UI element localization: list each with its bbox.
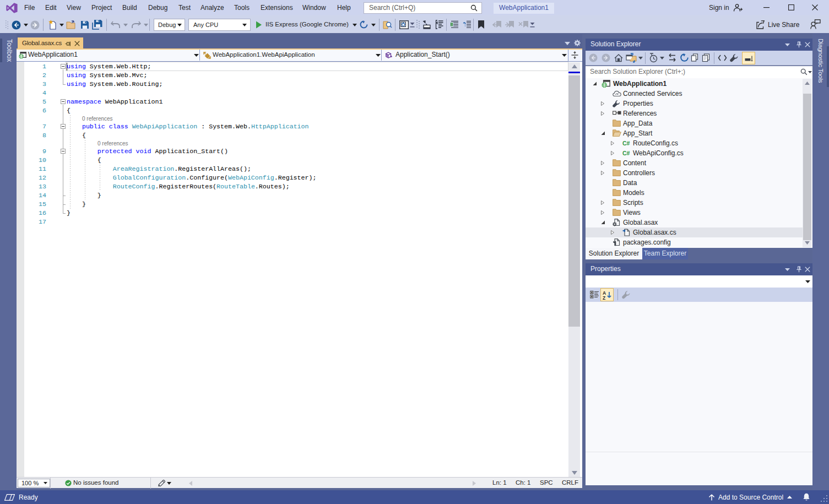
svg-text:C#: C# (622, 140, 630, 147)
svg-text:Z: Z (603, 295, 605, 300)
svg-text:C#: C# (622, 150, 630, 156)
